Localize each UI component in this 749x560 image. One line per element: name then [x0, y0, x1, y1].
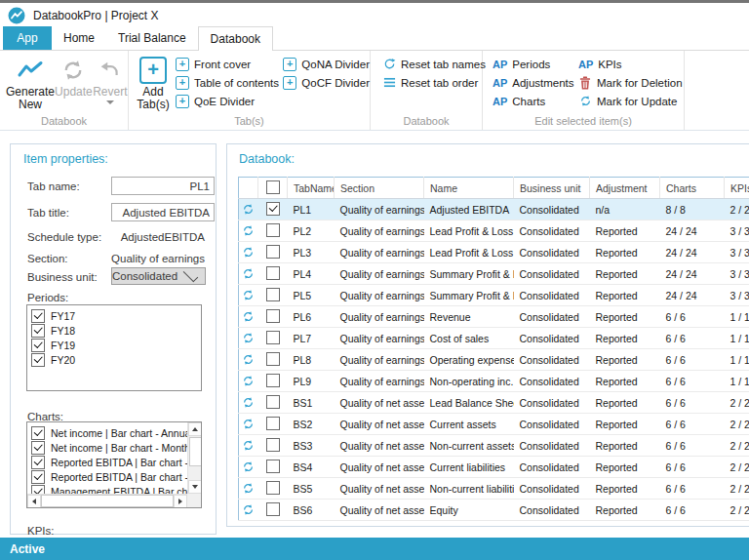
scroll-down-button[interactable] [188, 480, 202, 494]
checkbox[interactable] [31, 441, 45, 455]
scrollbar-thumb[interactable] [189, 437, 202, 466]
row-checkbox[interactable] [266, 331, 280, 344]
horizontal-scrollbar[interactable] [27, 494, 187, 507]
ap-periods-button[interactable]: AP Periods [493, 55, 571, 73]
row-checkbox[interactable] [266, 245, 280, 259]
reset-tab-order-button[interactable]: Reset tab order [382, 73, 482, 92]
checkbox[interactable] [31, 485, 45, 495]
mark-for-update-button[interactable]: Mark for Update [578, 92, 683, 110]
tab-trial-balance[interactable]: Trial Balance [106, 26, 198, 50]
row-checkbox[interactable] [266, 374, 280, 387]
generate-new-button[interactable]: Generate New [6, 55, 55, 111]
table-row[interactable]: PL3Quality of earningsLead Profit & Loss… [239, 242, 749, 263]
scrollbar-thumb[interactable] [41, 495, 174, 507]
scroll-up-button[interactable] [188, 422, 202, 436]
list-item[interactable]: Net income | Bar chart - Annual [31, 425, 187, 440]
list-item[interactable]: Net income | Bar chart - Monthly [31, 440, 187, 455]
list-item[interactable]: FY17 [31, 308, 201, 323]
row-checkbox[interactable] [266, 202, 280, 216]
row-checkbox[interactable] [266, 266, 280, 280]
table-row[interactable]: BS1Quality of net assetsLead Balance She… [239, 392, 749, 414]
list-item[interactable]: Reported EBITDA | Bar chart - Monthly [31, 469, 187, 484]
column-header[interactable]: Name [424, 178, 514, 199]
row-refresh-icon[interactable] [239, 285, 258, 306]
table-row[interactable]: PL7Quality of earningsCost of salesConso… [239, 328, 749, 349]
row-checkbox[interactable] [266, 438, 280, 452]
row-refresh-icon[interactable] [239, 414, 258, 435]
table-row[interactable]: BS4Quality of net assetsCurrent liabilit… [239, 457, 749, 478]
checkbox[interactable] [31, 353, 45, 367]
revert-dropdown-caret[interactable] [106, 100, 114, 104]
revert-button[interactable]: Revert [93, 55, 128, 111]
row-checkbox[interactable] [266, 481, 280, 495]
tab-title-input[interactable] [111, 203, 215, 221]
row-refresh-icon[interactable] [239, 457, 258, 478]
vertical-scrollbar[interactable] [187, 422, 201, 494]
charts-listbox[interactable]: Net income | Bar chart - AnnualNet incom… [26, 421, 202, 508]
row-checkbox[interactable] [266, 309, 280, 323]
tab-app[interactable]: App [3, 26, 52, 50]
checkbox[interactable] [31, 339, 45, 352]
table-row[interactable]: PL9Quality of earningsNon-operating inc.… [239, 371, 749, 392]
reset-tab-names-button[interactable]: Reset tab names [382, 55, 482, 73]
ap-kpis-button[interactable]: AP KPIs [578, 55, 683, 73]
table-row[interactable]: PL8Quality of earningsOperating expenses… [239, 349, 749, 371]
column-header[interactable]: Business unit [514, 178, 590, 199]
row-checkbox[interactable] [266, 417, 280, 430]
table-row[interactable]: PL2Quality of earningsLead Profit & Loss… [239, 220, 749, 242]
add-tabs-button[interactable]: + Add Tab(s) [135, 51, 172, 111]
list-item[interactable]: FY20 [31, 352, 201, 367]
row-checkbox[interactable] [266, 395, 280, 409]
list-item[interactable]: FY19 [31, 338, 201, 352]
tab-name-input[interactable] [111, 177, 215, 195]
table-row[interactable]: BS2Quality of net assetsCurrent assetsCo… [239, 414, 749, 435]
column-header[interactable]: TabName [288, 178, 335, 199]
table-row[interactable]: PL4Quality of earningsSummary Profit & L… [239, 263, 749, 285]
column-header[interactable]: Section [335, 178, 424, 199]
row-refresh-icon[interactable] [239, 328, 258, 349]
checkbox[interactable] [31, 456, 45, 469]
column-header[interactable]: Charts [660, 178, 725, 199]
row-refresh-icon[interactable] [239, 500, 258, 521]
qona-divider-button[interactable]: + QoNA Divider [283, 55, 370, 73]
row-checkbox[interactable] [266, 460, 280, 473]
ap-charts-button[interactable]: AP Charts [493, 92, 571, 110]
row-refresh-icon[interactable] [239, 220, 258, 242]
table-row[interactable]: PL1Quality of earningsAdjusted EBITDACon… [239, 199, 749, 220]
row-refresh-icon[interactable] [239, 435, 258, 457]
checkbox[interactable] [31, 324, 45, 338]
column-header[interactable]: KPIs [725, 178, 749, 199]
tab-home[interactable]: Home [52, 26, 106, 50]
row-checkbox[interactable] [266, 288, 280, 301]
qocf-divider-button[interactable]: + QoCF Divider [283, 73, 370, 92]
table-row[interactable]: BS3Quality of net assetsNon-current asse… [239, 435, 749, 457]
row-refresh-icon[interactable] [239, 349, 258, 371]
list-item[interactable]: FY18 [31, 323, 201, 338]
row-refresh-icon[interactable] [239, 306, 258, 328]
qoe-divider-button[interactable]: + QoE Divider [176, 92, 283, 110]
row-refresh-icon[interactable] [239, 478, 258, 500]
row-checkbox[interactable] [266, 502, 280, 516]
periods-listbox[interactable]: FY17FY18FY19FY20 [26, 304, 202, 391]
row-refresh-icon[interactable] [239, 371, 258, 392]
tab-databook[interactable]: Databook [198, 26, 273, 51]
checkbox[interactable] [31, 470, 45, 484]
checkbox[interactable] [31, 426, 45, 440]
table-row[interactable]: BS6Quality of net assetsEquityConsolidat… [239, 500, 749, 521]
front-cover-button[interactable]: + Front cover [176, 55, 283, 73]
scroll-right-button[interactable] [174, 495, 187, 508]
list-item[interactable]: Management EBITDA | Bar chart - Annual [31, 484, 187, 494]
scroll-left-button[interactable] [27, 495, 41, 508]
row-refresh-icon[interactable] [239, 199, 258, 220]
table-row[interactable]: PL5Quality of earningsSummary Profit & L… [239, 285, 749, 306]
mark-for-deletion-button[interactable]: Mark for Deletion [578, 73, 683, 92]
row-checkbox[interactable] [266, 352, 280, 366]
business-unit-dropdown[interactable]: Consolidated [111, 267, 206, 285]
table-row[interactable]: PL6Quality of earningsRevenueConsolidate… [239, 306, 749, 328]
row-refresh-icon[interactable] [239, 263, 258, 285]
update-button[interactable]: Update [55, 55, 93, 111]
select-all-checkbox[interactable] [266, 180, 280, 194]
checkbox[interactable] [31, 309, 45, 323]
table-row[interactable]: BS5Quality of net assetsNon-current liab… [239, 478, 749, 500]
row-checkbox[interactable] [266, 223, 280, 237]
